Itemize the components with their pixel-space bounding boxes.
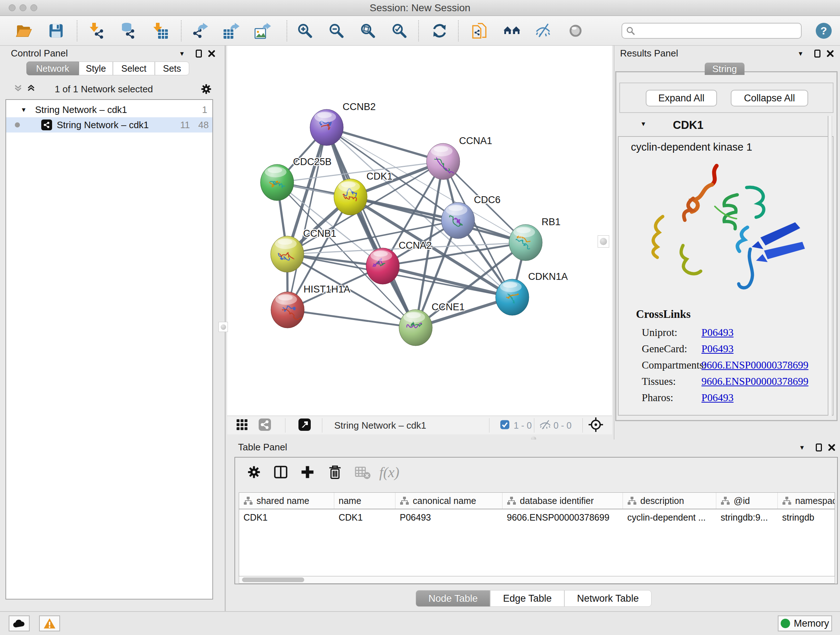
float-panel-icon[interactable] — [813, 442, 824, 453]
left-splitter-handle[interactable] — [218, 322, 228, 332]
scrollbar-thumb[interactable] — [242, 578, 304, 582]
open-session-icon[interactable] — [14, 22, 33, 40]
right-splitter-handle[interactable] — [598, 235, 609, 248]
tab-style[interactable]: Style — [79, 62, 113, 75]
delete-table-icon[interactable] — [353, 463, 372, 481]
hide-panels-eye-icon[interactable] — [534, 22, 552, 40]
tab-sets[interactable]: Sets — [155, 62, 189, 75]
search-box[interactable] — [622, 23, 802, 39]
crosslink-row: Compartments: 9606.ENSP00000378699 — [642, 357, 808, 373]
section-collapse-icon[interactable]: ▼ — [640, 121, 646, 127]
table-column-header[interactable]: database identifier — [502, 493, 623, 509]
collapse-panel-icon[interactable]: ▼ — [795, 49, 806, 59]
import-network-file-icon[interactable] — [88, 22, 106, 40]
open-view-in-window-icon[interactable] — [298, 418, 311, 432]
crosslink-link[interactable]: P06493 — [701, 343, 734, 355]
crosslink-link[interactable]: P06493 — [701, 392, 734, 404]
table-row[interactable]: CDK1 CDK1 P06493 9606.ENSP00000378699 cy… — [239, 509, 835, 525]
import-table-file-icon[interactable] — [151, 22, 169, 40]
table-cell[interactable]: P06493 — [395, 512, 502, 523]
network-row-selected[interactable]: String Network – cdk1 11 48 — [6, 117, 212, 133]
collapse-panel-icon[interactable]: ▼ — [177, 49, 187, 59]
refresh-icon[interactable] — [431, 22, 448, 40]
warning-status-icon[interactable] — [39, 616, 60, 631]
export-table-icon[interactable] — [222, 22, 240, 40]
zoom-out-icon[interactable] — [327, 22, 346, 40]
import-network-database-icon[interactable] — [118, 22, 137, 40]
crosslink-link[interactable]: 9606.ENSP00000378699 — [701, 359, 808, 371]
table-cell[interactable]: stringdb — [778, 512, 835, 523]
close-panel-icon[interactable] — [206, 49, 217, 59]
collection-expand-icon[interactable]: ▼ — [21, 107, 27, 113]
export-image-icon[interactable] — [254, 22, 272, 40]
table-column-header[interactable]: canonical name — [395, 493, 502, 509]
tab-edge-table[interactable]: Edge Table — [490, 590, 564, 607]
table-column-header[interactable]: name — [334, 493, 395, 509]
cloud-status-icon[interactable] — [9, 616, 30, 631]
float-panel-icon[interactable] — [193, 49, 204, 59]
table-column-header[interactable]: description — [623, 493, 716, 509]
tab-string-results[interactable]: String — [705, 63, 745, 75]
close-panel-icon[interactable] — [826, 442, 837, 453]
svg-text:RB1: RB1 — [542, 217, 561, 227]
table-horizontal-scrollbar[interactable] — [239, 576, 835, 584]
table-cell[interactable]: stringdb:9... — [716, 512, 778, 523]
home-networks-icon[interactable] — [503, 22, 521, 40]
create-column-plus-icon[interactable] — [298, 463, 317, 481]
close-panel-icon[interactable] — [825, 49, 836, 59]
network-share-view-icon[interactable] — [258, 418, 271, 432]
show-panels-eye-icon[interactable] — [567, 22, 584, 40]
network-options-gear-icon[interactable] — [200, 82, 213, 97]
table-cell[interactable]: CDK1 — [334, 512, 395, 523]
delete-column-trash-icon[interactable] — [325, 463, 344, 481]
show-columns-icon[interactable] — [271, 463, 290, 481]
network-canvas[interactable]: CCNB2CCNA1CDC25BCDK1CDC6RB1CCNB1CCNA2CDK… — [227, 46, 612, 416]
table-cell[interactable]: cyclin-dependent ... — [623, 512, 716, 523]
tab-select[interactable]: Select — [113, 62, 155, 75]
string-app-icon[interactable] — [470, 22, 488, 40]
selected-nodes-checkbox-icon[interactable] — [500, 420, 510, 431]
tree-column-icon — [400, 496, 409, 505]
table-cell[interactable]: 9606.ENSP00000378699 — [502, 512, 623, 523]
table-options-gear-icon[interactable] — [245, 463, 264, 481]
network-collection-list: ▼ String Network – cdk1 1 String Network… — [5, 99, 213, 600]
results-scrollbar[interactable] — [828, 116, 832, 416]
network-selection-status: 1 of 1 Network selected — [0, 84, 208, 95]
crosslink-link[interactable]: P06493 — [701, 326, 734, 339]
collapse-all-button[interactable]: Collapse All — [731, 90, 808, 106]
tab-node-table[interactable]: Node Table — [416, 590, 490, 607]
hidden-items-eye-icon[interactable] — [539, 420, 551, 431]
gene-section-header[interactable]: ▼ CDK1 — [616, 116, 836, 136]
function-builder-icon[interactable]: f(x) — [380, 463, 399, 481]
tree-column-icon — [721, 496, 730, 505]
help-icon[interactable]: ? — [815, 22, 833, 40]
collapse-panel-icon[interactable]: ▼ — [797, 442, 807, 453]
crosslink-link[interactable]: 9606.ENSP00000378699 — [701, 375, 808, 387]
table-panel: Table Panel ▼ f(x) — [227, 440, 840, 611]
tree-column-icon — [782, 496, 791, 505]
window-title: Session: New Session — [0, 0, 840, 16]
network-graph[interactable]: CCNB2CCNA1CDC25BCDK1CDC6RB1CCNB1CCNA2CDK… — [227, 46, 612, 416]
save-session-icon[interactable] — [47, 22, 65, 40]
table-column-header[interactable]: @id — [716, 493, 778, 509]
zoom-selected-icon[interactable] — [390, 22, 409, 40]
export-network-icon[interactable] — [191, 22, 209, 40]
collection-label: String Network – cdk1 — [35, 104, 127, 116]
network-collection-row[interactable]: ▼ String Network – cdk1 1 — [6, 102, 212, 117]
memory-button[interactable]: Memory — [778, 616, 832, 631]
zoom-in-icon[interactable] — [296, 22, 314, 40]
tab-network[interactable]: Network — [27, 62, 79, 75]
table-cell[interactable]: CDK1 — [239, 512, 334, 523]
expand-all-button[interactable]: Expand All — [646, 90, 717, 106]
svg-text:CDKN1A: CDKN1A — [528, 271, 568, 282]
zoom-fit-icon[interactable] — [359, 22, 377, 40]
crosslink-label: GeneCard: — [642, 343, 701, 355]
float-panel-icon[interactable] — [812, 49, 823, 59]
search-input[interactable] — [638, 24, 801, 37]
grid-view-icon[interactable] — [236, 418, 248, 432]
table-column-header[interactable]: namespace — [778, 493, 835, 509]
birds-eye-crosshair-icon[interactable] — [588, 417, 603, 434]
tab-network-table[interactable]: Network Table — [564, 590, 652, 607]
memory-label: Memory — [794, 618, 829, 629]
table-column-header[interactable]: shared name — [239, 493, 334, 509]
